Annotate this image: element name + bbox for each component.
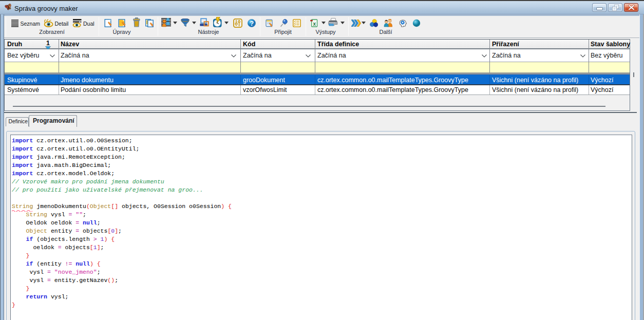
- svg-text:x: x: [313, 21, 316, 27]
- svg-text:?: ?: [250, 20, 254, 27]
